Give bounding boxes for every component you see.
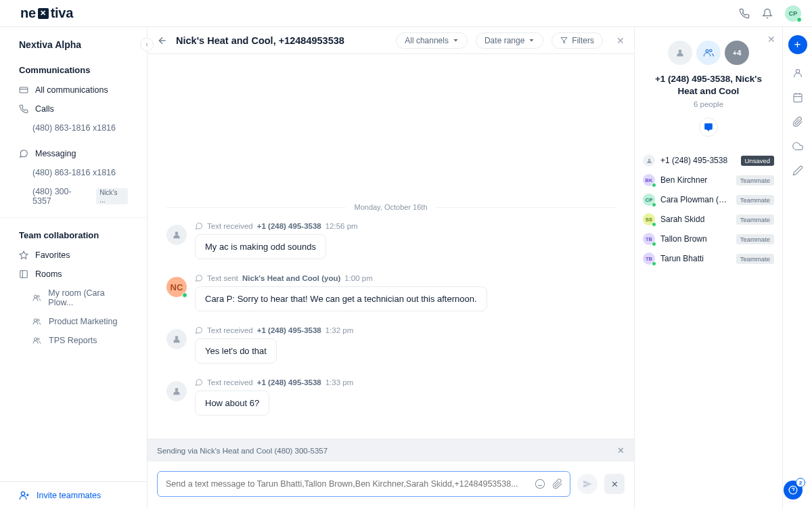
section-team-collab: Team collaboration bbox=[0, 225, 147, 246]
edit-icon[interactable] bbox=[792, 165, 803, 176]
message-avatar: NC bbox=[166, 277, 187, 297]
participant-badge: Teammate bbox=[736, 234, 774, 244]
sidebar-item-room-tps[interactable]: TPS Reports bbox=[0, 331, 147, 350]
inbox-icon bbox=[19, 85, 28, 95]
current-user-avatar[interactable]: CP bbox=[785, 5, 801, 22]
participant-avatars: +4 bbox=[643, 41, 774, 65]
person-icon bbox=[172, 334, 181, 344]
participant-row[interactable]: SSSarah SkiddTeammate bbox=[643, 213, 774, 225]
presence-indicator bbox=[796, 17, 802, 22]
presence-indicator bbox=[652, 261, 656, 266]
invite-icon bbox=[19, 490, 30, 501]
svg-marker-13 bbox=[453, 39, 457, 41]
message-icon bbox=[195, 274, 203, 282]
message-bubble: Cara P: Sorry to hear that! We can get a… bbox=[195, 286, 487, 311]
invite-label: Invite teammates bbox=[37, 491, 101, 500]
dismiss-banner-button[interactable]: ✕ bbox=[617, 445, 625, 456]
date-range-filter[interactable]: Date range bbox=[476, 32, 543, 49]
participant-row[interactable]: TBTallon BrownTeammate bbox=[643, 233, 774, 245]
participant-name: Tarun Bhatti bbox=[660, 254, 731, 263]
channels-filter[interactable]: All channels bbox=[396, 32, 468, 49]
chat-action-button[interactable] bbox=[699, 118, 718, 137]
message-body: Text received+1 (248) 495-35381:33 pmHow… bbox=[195, 378, 615, 416]
cloud-icon[interactable] bbox=[792, 141, 803, 152]
phone-icon[interactable] bbox=[739, 8, 750, 19]
help-beacon[interactable]: 2 bbox=[784, 481, 803, 500]
participant-avatar-more[interactable]: +4 bbox=[725, 41, 749, 65]
svg-point-19 bbox=[535, 479, 544, 488]
nav-label: Rooms bbox=[35, 269, 62, 279]
sidebar-item-msg-number-2[interactable]: (480) 300-5357 Nick's ... bbox=[0, 182, 147, 211]
sidebar-item-all-communications[interactable]: All communications bbox=[0, 81, 147, 99]
participant-row[interactable]: CPCara Plowman (you)Teammate bbox=[643, 194, 774, 206]
message-time: 1:32 pm bbox=[325, 326, 354, 334]
nav-label: (480) 863-1816 x1816 bbox=[32, 168, 116, 177]
nav-label: (480) 300-5357 bbox=[32, 187, 89, 206]
participant-row[interactable]: BKBen KirchnerTeammate bbox=[643, 174, 774, 186]
participant-list: +1 (248) 495-3538UnsavedBKBen KirchnerTe… bbox=[643, 154, 774, 265]
section-communications: Communications bbox=[0, 60, 147, 81]
sidebar-item-room-product[interactable]: Product Marketing bbox=[0, 312, 147, 331]
attach-icon[interactable] bbox=[552, 479, 563, 489]
participant-row[interactable]: TBTarun BhattiTeammate bbox=[643, 252, 774, 265]
cancel-compose-button[interactable]: ✕ bbox=[604, 474, 625, 494]
participant-avatar: CP bbox=[643, 194, 655, 206]
sidebar-item-room-myroom[interactable]: My room (Cara Plow... bbox=[0, 284, 147, 312]
logo-mark-icon: ✕ bbox=[38, 8, 49, 19]
workspace-title: Nextiva Alpha bbox=[0, 27, 147, 60]
message-sender: +1 (248) 495-3538 bbox=[257, 326, 321, 334]
message-kind: Text received bbox=[207, 378, 253, 386]
participant-row[interactable]: +1 (248) 495-3538Unsaved bbox=[643, 154, 774, 167]
avatar-initials: CP bbox=[789, 10, 798, 17]
participant-name: Tallon Brown bbox=[660, 234, 731, 244]
svg-point-18 bbox=[175, 388, 179, 391]
message-input[interactable] bbox=[164, 479, 535, 489]
close-details-button[interactable]: ✕ bbox=[767, 34, 775, 45]
sidebar-item-favorites[interactable]: Favorites bbox=[0, 246, 147, 265]
message-bubble: My ac is making odd sounds bbox=[195, 234, 326, 259]
invite-teammates-button[interactable]: Invite teammates bbox=[0, 481, 147, 509]
person-icon bbox=[646, 158, 652, 164]
message-meta: Text received+1 (248) 495-353812:56 pm bbox=[195, 222, 615, 230]
sidebar-item-calls[interactable]: Calls bbox=[0, 99, 147, 118]
more-count: +4 bbox=[733, 49, 742, 57]
filters-button[interactable]: Filters bbox=[551, 32, 603, 49]
bell-icon[interactable] bbox=[762, 8, 773, 19]
participant-avatar: TB bbox=[643, 252, 655, 265]
message-meta: Text received+1 (248) 495-35381:33 pm bbox=[195, 378, 615, 386]
message-row: Text received+1 (248) 495-35381:33 pmHow… bbox=[166, 378, 615, 416]
presence-indicator bbox=[652, 242, 656, 246]
presence-indicator bbox=[182, 292, 187, 298]
conversation-pane: Nick's Heat and Cool, +12484953538 All c… bbox=[148, 27, 635, 509]
close-conversation-button[interactable]: ✕ bbox=[616, 35, 625, 46]
chat-bubble-icon bbox=[704, 123, 713, 132]
svg-point-4 bbox=[37, 296, 39, 298]
nav-label: Calls bbox=[35, 104, 54, 114]
person-icon bbox=[172, 386, 181, 396]
sidebar-item-messaging[interactable]: Messaging bbox=[0, 144, 147, 163]
presence-indicator bbox=[652, 183, 656, 187]
participant-avatar-group[interactable] bbox=[696, 41, 721, 65]
participant-badge: Teammate bbox=[736, 175, 774, 185]
sidebar-item-msg-number-1[interactable]: (480) 863-1816 x1816 bbox=[0, 163, 147, 182]
sidebar-item-rooms[interactable]: Rooms bbox=[0, 265, 147, 284]
create-button[interactable]: + bbox=[788, 35, 807, 54]
people-count: 6 people bbox=[643, 100, 774, 108]
participant-avatar-generic[interactable] bbox=[668, 41, 692, 65]
svg-point-23 bbox=[706, 49, 708, 52]
profile-icon[interactable] bbox=[792, 68, 803, 79]
sidebar-item-calls-number[interactable]: (480) 863-1816 x1816 bbox=[0, 118, 147, 137]
participant-avatar: SS bbox=[643, 213, 655, 225]
sending-via-label: Sending via Nick's Heat and Cool (480) 3… bbox=[157, 447, 328, 455]
attachment-icon[interactable] bbox=[792, 116, 803, 127]
sidebar-collapse-button[interactable] bbox=[140, 38, 154, 51]
emoji-icon[interactable] bbox=[535, 479, 545, 489]
back-button[interactable] bbox=[157, 35, 168, 46]
send-button[interactable] bbox=[577, 474, 597, 494]
calendar-icon[interactable] bbox=[792, 92, 803, 103]
message-meta: Text received+1 (248) 495-35381:32 pm bbox=[195, 326, 615, 334]
message-sender: +1 (248) 495-3538 bbox=[257, 222, 321, 230]
nav-label: My room (Cara Plow... bbox=[48, 288, 128, 307]
message-icon bbox=[195, 326, 203, 334]
svg-point-8 bbox=[37, 338, 39, 340]
